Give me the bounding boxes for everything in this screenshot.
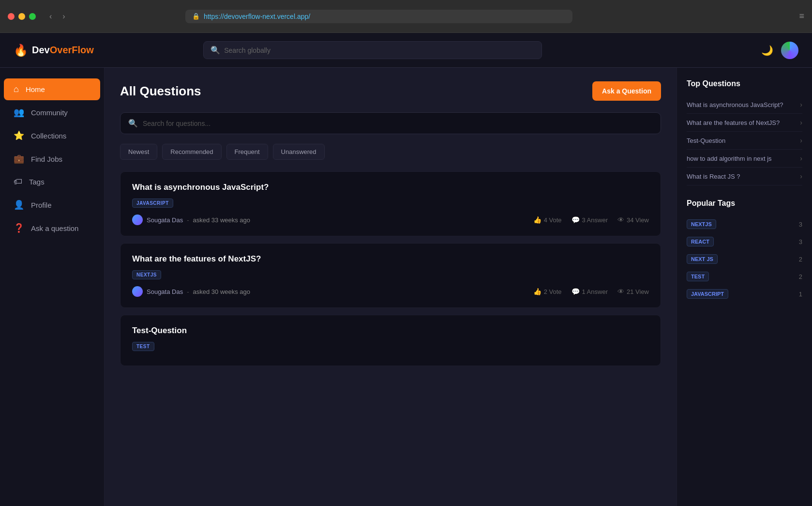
view-count: 21 View bbox=[627, 288, 649, 295]
nav-right: 🌙 bbox=[761, 42, 798, 59]
filter-tab-newest[interactable]: Newest bbox=[120, 144, 157, 160]
answers-stat: 💬 1 Answer bbox=[571, 288, 608, 295]
question-time-sep: - bbox=[187, 288, 189, 295]
logo-overflow: OverFlow bbox=[50, 45, 94, 55]
top-question-text: What is React JS ? bbox=[687, 173, 800, 180]
answer-count: 1 Answer bbox=[582, 288, 608, 295]
popular-tag[interactable]: NEXT JS bbox=[687, 254, 718, 264]
main-content: All Questions Ask a Question 🔍 Newest Re… bbox=[105, 68, 677, 506]
content-wrapper: All Questions Ask a Question 🔍 Newest Re… bbox=[105, 68, 812, 506]
filter-tab-recommended[interactable]: Recommended bbox=[162, 144, 221, 160]
question-card[interactable]: Test-Question TEST bbox=[120, 315, 661, 366]
top-question-item[interactable]: What is React JS ? › bbox=[687, 168, 802, 185]
app: 🔥 DevOverFlow 🔍 Search globally 🌙 ⌂ Home… bbox=[0, 33, 812, 506]
view-count: 34 View bbox=[627, 216, 649, 224]
chevron-right-icon: › bbox=[800, 119, 802, 126]
sidebar-item-find-jobs[interactable]: 💼 Find Jobs bbox=[4, 148, 100, 170]
top-question-item[interactable]: how to add algorithm in next js › bbox=[687, 150, 802, 168]
top-question-text: What is asynchronous JavaScript? bbox=[687, 101, 800, 108]
tag-count: 3 bbox=[799, 221, 802, 228]
chevron-right-icon: › bbox=[800, 137, 802, 144]
main-layout: ⌂ Home 👥 Community ⭐ Collections 💼 Find … bbox=[0, 68, 812, 506]
top-question-text: how to add algorithm in next js bbox=[687, 155, 800, 162]
question-asked-time: asked 30 weeks ago bbox=[193, 288, 251, 295]
nav-buttons: ‹ › bbox=[45, 10, 69, 23]
ask-question-icon: ❓ bbox=[14, 223, 24, 233]
votes-stat: 👍 2 Vote bbox=[533, 288, 562, 295]
sidebar-item-label: Profile bbox=[31, 201, 52, 209]
top-question-item[interactable]: What are the features of NextJS? › bbox=[687, 114, 802, 132]
logo[interactable]: 🔥 DevOverFlow bbox=[14, 44, 94, 57]
forward-button[interactable]: › bbox=[59, 10, 69, 23]
question-tag: JAVASCRIPT bbox=[132, 199, 173, 208]
sidebar-item-collections[interactable]: ⭐ Collections bbox=[4, 124, 100, 147]
answer-count: 3 Answer bbox=[582, 216, 608, 224]
page-header: All Questions Ask a Question bbox=[120, 81, 661, 101]
logo-icon: 🔥 bbox=[14, 44, 28, 57]
top-question-text: What are the features of NextJS? bbox=[687, 119, 800, 126]
minimize-button[interactable] bbox=[18, 13, 25, 20]
author-avatar bbox=[132, 215, 143, 225]
right-sidebar: Top Questions What is asynchronous JavaS… bbox=[677, 68, 812, 506]
sidebar-item-label: Collections bbox=[31, 132, 66, 140]
home-icon: ⌂ bbox=[14, 84, 19, 94]
questions-search[interactable]: 🔍 bbox=[120, 112, 661, 134]
popular-tag[interactable]: NEXTJS bbox=[687, 219, 716, 229]
ask-question-button[interactable]: Ask a Question bbox=[592, 81, 661, 101]
tags-icon: 🏷 bbox=[14, 177, 22, 187]
search-icon: 🔍 bbox=[128, 119, 138, 128]
filter-tab-unanswered[interactable]: Unanswered bbox=[273, 144, 325, 160]
tag-row: JAVASCRIPT 1 bbox=[687, 285, 802, 303]
popular-tag[interactable]: TEST bbox=[687, 272, 709, 281]
maximize-button[interactable] bbox=[29, 13, 36, 20]
question-title: What are the features of NextJS? bbox=[132, 254, 649, 264]
question-meta: Sougata Das - asked 33 weeks ago 👍 4 Vot… bbox=[132, 215, 649, 225]
tag-row: NEXT JS 2 bbox=[687, 250, 802, 268]
find-jobs-icon: 💼 bbox=[14, 153, 24, 164]
question-time: - bbox=[187, 216, 189, 224]
view-icon: 👁 bbox=[617, 288, 624, 295]
vote-icon: 👍 bbox=[533, 216, 541, 224]
theme-toggle-button[interactable]: 🌙 bbox=[761, 45, 773, 56]
sidebar-item-profile[interactable]: 👤 Profile bbox=[4, 194, 100, 216]
answer-icon: 💬 bbox=[571, 288, 580, 295]
sidebar-item-tags[interactable]: 🏷 Tags bbox=[4, 171, 100, 193]
search-icon: 🔍 bbox=[211, 46, 220, 55]
top-question-item[interactable]: What is asynchronous JavaScript? › bbox=[687, 96, 802, 114]
address-bar[interactable]: 🔒 https://devoverflow-next.vercel.app/ bbox=[185, 10, 572, 23]
back-button[interactable]: ‹ bbox=[45, 10, 56, 23]
search-placeholder: Search globally bbox=[224, 46, 271, 54]
global-search[interactable]: 🔍 Search globally bbox=[203, 41, 542, 59]
question-card[interactable]: What is asynchronous JavaScript? JAVASCR… bbox=[120, 171, 661, 236]
filter-tab-frequent[interactable]: Frequent bbox=[226, 144, 268, 160]
page-title: All Questions bbox=[120, 84, 201, 99]
question-card[interactable]: What are the features of NextJS? NEXTJS … bbox=[120, 243, 661, 308]
avatar[interactable] bbox=[781, 42, 798, 59]
search-input[interactable] bbox=[143, 120, 653, 127]
sidebar-item-community[interactable]: 👥 Community bbox=[4, 101, 100, 123]
close-button[interactable] bbox=[8, 13, 15, 20]
tag-count: 2 bbox=[799, 273, 802, 280]
views-stat: 👁 34 View bbox=[617, 216, 649, 224]
answers-stat: 💬 3 Answer bbox=[571, 216, 608, 224]
question-meta: Sougata Das - asked 30 weeks ago 👍 2 Vot… bbox=[132, 286, 649, 297]
top-question-text: Test-Question bbox=[687, 137, 800, 144]
filter-tabs: Newest Recommended Frequent Unanswered bbox=[120, 144, 661, 160]
sidebar-item-label: Tags bbox=[29, 178, 45, 186]
popular-tags-section: Popular Tags NEXTJS 3 REACT 3 NEXT JS 2 bbox=[687, 199, 802, 303]
question-author: Sougata Das - asked 33 weeks ago bbox=[132, 215, 250, 225]
sidebar-item-ask-question[interactable]: ❓ Ask a question bbox=[4, 217, 100, 239]
question-stats: 👍 4 Vote 💬 3 Answer 👁 34 View bbox=[533, 216, 649, 224]
profile-icon: 👤 bbox=[14, 199, 24, 210]
popular-tag[interactable]: REACT bbox=[687, 237, 714, 246]
question-tag: NEXTJS bbox=[132, 270, 161, 279]
browser-menu-icon[interactable]: ≡ bbox=[799, 11, 804, 21]
popular-tag[interactable]: JAVASCRIPT bbox=[687, 289, 728, 299]
tag-count: 1 bbox=[799, 291, 802, 298]
sidebar-item-home[interactable]: ⌂ Home bbox=[4, 78, 100, 100]
views-stat: 👁 21 View bbox=[617, 288, 649, 295]
chevron-right-icon: › bbox=[800, 172, 802, 180]
author-avatar bbox=[132, 286, 143, 297]
top-question-item[interactable]: Test-Question › bbox=[687, 132, 802, 150]
chevron-right-icon: › bbox=[800, 154, 802, 162]
